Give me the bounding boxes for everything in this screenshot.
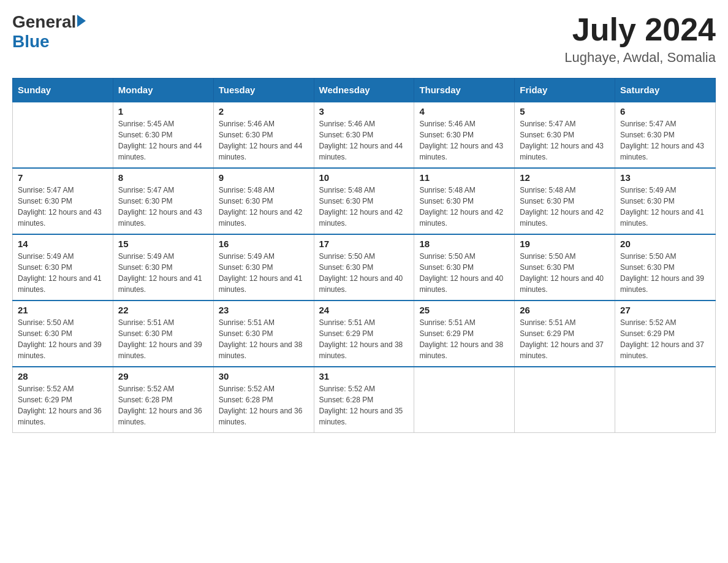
day-info: Sunrise: 5:48 AMSunset: 6:30 PMDaylight:… xyxy=(520,185,610,229)
day-info: Sunrise: 5:47 AMSunset: 6:30 PMDaylight:… xyxy=(520,118,610,163)
calendar-table: Sunday Monday Tuesday Wednesday Thursday… xyxy=(12,78,716,433)
day-number: 27 xyxy=(620,305,710,315)
calendar-cell: 5Sunrise: 5:47 AMSunset: 6:30 PMDaylight… xyxy=(515,102,615,168)
day-number: 9 xyxy=(219,172,309,183)
header-wednesday: Wednesday xyxy=(314,79,414,102)
day-info: Sunrise: 5:49 AMSunset: 6:30 PMDaylight:… xyxy=(620,185,710,229)
logo-general: General xyxy=(12,12,76,32)
day-number: 23 xyxy=(219,305,309,315)
day-number: 13 xyxy=(620,172,710,183)
day-info: Sunrise: 5:52 AMSunset: 6:28 PMDaylight:… xyxy=(319,383,409,427)
week-row-3: 14Sunrise: 5:49 AMSunset: 6:30 PMDayligh… xyxy=(13,234,716,301)
day-number: 31 xyxy=(319,371,409,381)
calendar-cell xyxy=(515,367,615,433)
day-number: 5 xyxy=(520,106,610,117)
calendar-cell xyxy=(13,102,113,168)
day-number: 18 xyxy=(419,239,509,249)
day-info: Sunrise: 5:48 AMSunset: 6:30 PMDaylight:… xyxy=(319,185,409,229)
week-row-4: 21Sunrise: 5:50 AMSunset: 6:30 PMDayligh… xyxy=(13,301,716,367)
calendar-cell: 8Sunrise: 5:47 AMSunset: 6:30 PMDaylight… xyxy=(113,168,213,234)
calendar-cell: 9Sunrise: 5:48 AMSunset: 6:30 PMDaylight… xyxy=(213,168,314,234)
day-number: 7 xyxy=(18,172,108,183)
day-info: Sunrise: 5:51 AMSunset: 6:29 PMDaylight:… xyxy=(520,317,610,361)
calendar-cell xyxy=(615,367,716,433)
day-info: Sunrise: 5:50 AMSunset: 6:30 PMDaylight:… xyxy=(319,251,409,295)
calendar-cell: 17Sunrise: 5:50 AMSunset: 6:30 PMDayligh… xyxy=(314,234,414,301)
day-info: Sunrise: 5:51 AMSunset: 6:29 PMDaylight:… xyxy=(419,317,509,361)
day-info: Sunrise: 5:46 AMSunset: 6:30 PMDaylight:… xyxy=(419,118,509,163)
calendar-cell: 28Sunrise: 5:52 AMSunset: 6:29 PMDayligh… xyxy=(13,367,113,433)
calendar-cell: 25Sunrise: 5:51 AMSunset: 6:29 PMDayligh… xyxy=(414,301,515,367)
day-info: Sunrise: 5:47 AMSunset: 6:30 PMDaylight:… xyxy=(620,118,710,163)
header-monday: Monday xyxy=(113,79,213,102)
calendar-cell: 10Sunrise: 5:48 AMSunset: 6:30 PMDayligh… xyxy=(314,168,414,234)
day-number: 8 xyxy=(118,172,208,183)
day-number: 11 xyxy=(419,172,509,183)
week-row-2: 7Sunrise: 5:47 AMSunset: 6:30 PMDaylight… xyxy=(13,168,716,234)
day-info: Sunrise: 5:52 AMSunset: 6:29 PMDaylight:… xyxy=(18,383,108,427)
calendar-cell: 7Sunrise: 5:47 AMSunset: 6:30 PMDaylight… xyxy=(13,168,113,234)
day-number: 15 xyxy=(118,239,208,249)
day-info: Sunrise: 5:50 AMSunset: 6:30 PMDaylight:… xyxy=(620,251,710,295)
day-number: 25 xyxy=(419,305,509,315)
day-number: 19 xyxy=(520,239,610,249)
day-number: 22 xyxy=(118,305,208,315)
day-info: Sunrise: 5:50 AMSunset: 6:30 PMDaylight:… xyxy=(18,317,108,361)
day-number: 26 xyxy=(520,305,610,315)
day-number: 10 xyxy=(319,172,409,183)
calendar-cell: 13Sunrise: 5:49 AMSunset: 6:30 PMDayligh… xyxy=(615,168,716,234)
page-header: General Blue July 2024 Lughaye, Awdal, S… xyxy=(12,12,716,66)
day-number: 29 xyxy=(118,371,208,381)
day-info: Sunrise: 5:47 AMSunset: 6:30 PMDaylight:… xyxy=(18,185,108,229)
day-info: Sunrise: 5:45 AMSunset: 6:30 PMDaylight:… xyxy=(118,118,208,163)
day-number: 2 xyxy=(219,106,309,117)
day-info: Sunrise: 5:46 AMSunset: 6:30 PMDaylight:… xyxy=(219,118,309,163)
day-number: 4 xyxy=(419,106,509,117)
calendar-cell: 31Sunrise: 5:52 AMSunset: 6:28 PMDayligh… xyxy=(314,367,414,433)
calendar-cell: 3Sunrise: 5:46 AMSunset: 6:30 PMDaylight… xyxy=(314,102,414,168)
day-info: Sunrise: 5:49 AMSunset: 6:30 PMDaylight:… xyxy=(18,251,108,295)
day-info: Sunrise: 5:48 AMSunset: 6:30 PMDaylight:… xyxy=(419,185,509,229)
day-number: 17 xyxy=(319,239,409,249)
header-thursday: Thursday xyxy=(414,79,515,102)
header-friday: Friday xyxy=(515,79,615,102)
calendar-cell: 4Sunrise: 5:46 AMSunset: 6:30 PMDaylight… xyxy=(414,102,515,168)
header-sunday: Sunday xyxy=(13,79,113,102)
month-year-title: July 2024 xyxy=(564,12,716,47)
day-info: Sunrise: 5:50 AMSunset: 6:30 PMDaylight:… xyxy=(520,251,610,295)
calendar-cell xyxy=(414,367,515,433)
day-info: Sunrise: 5:46 AMSunset: 6:30 PMDaylight:… xyxy=(319,118,409,163)
day-info: Sunrise: 5:50 AMSunset: 6:30 PMDaylight:… xyxy=(419,251,509,295)
calendar-cell: 6Sunrise: 5:47 AMSunset: 6:30 PMDaylight… xyxy=(615,102,716,168)
day-info: Sunrise: 5:52 AMSunset: 6:28 PMDaylight:… xyxy=(118,383,208,427)
calendar-cell: 19Sunrise: 5:50 AMSunset: 6:30 PMDayligh… xyxy=(515,234,615,301)
day-number: 1 xyxy=(118,106,208,117)
day-number: 14 xyxy=(18,239,108,249)
calendar-cell: 14Sunrise: 5:49 AMSunset: 6:30 PMDayligh… xyxy=(13,234,113,301)
calendar-cell: 15Sunrise: 5:49 AMSunset: 6:30 PMDayligh… xyxy=(113,234,213,301)
calendar-cell: 27Sunrise: 5:52 AMSunset: 6:29 PMDayligh… xyxy=(615,301,716,367)
day-info: Sunrise: 5:51 AMSunset: 6:29 PMDaylight:… xyxy=(319,317,409,361)
day-number: 24 xyxy=(319,305,409,315)
day-info: Sunrise: 5:51 AMSunset: 6:30 PMDaylight:… xyxy=(118,317,208,361)
logo-arrow-icon xyxy=(77,15,86,27)
day-info: Sunrise: 5:51 AMSunset: 6:30 PMDaylight:… xyxy=(219,317,309,361)
day-info: Sunrise: 5:52 AMSunset: 6:28 PMDaylight:… xyxy=(219,383,309,427)
calendar-cell: 20Sunrise: 5:50 AMSunset: 6:30 PMDayligh… xyxy=(615,234,716,301)
calendar-cell: 1Sunrise: 5:45 AMSunset: 6:30 PMDaylight… xyxy=(113,102,213,168)
day-info: Sunrise: 5:52 AMSunset: 6:29 PMDaylight:… xyxy=(620,317,710,361)
header-saturday: Saturday xyxy=(615,79,716,102)
day-number: 21 xyxy=(18,305,108,315)
calendar-cell: 11Sunrise: 5:48 AMSunset: 6:30 PMDayligh… xyxy=(414,168,515,234)
day-number: 6 xyxy=(620,106,710,117)
calendar-cell: 24Sunrise: 5:51 AMSunset: 6:29 PMDayligh… xyxy=(314,301,414,367)
day-number: 28 xyxy=(18,371,108,381)
day-info: Sunrise: 5:48 AMSunset: 6:30 PMDaylight:… xyxy=(219,185,309,229)
calendar-cell: 22Sunrise: 5:51 AMSunset: 6:30 PMDayligh… xyxy=(113,301,213,367)
week-row-5: 28Sunrise: 5:52 AMSunset: 6:29 PMDayligh… xyxy=(13,367,716,433)
day-number: 12 xyxy=(520,172,610,183)
day-info: Sunrise: 5:49 AMSunset: 6:30 PMDaylight:… xyxy=(118,251,208,295)
calendar-cell: 18Sunrise: 5:50 AMSunset: 6:30 PMDayligh… xyxy=(414,234,515,301)
location-subtitle: Lughaye, Awdal, Somalia xyxy=(564,50,716,66)
header-tuesday: Tuesday xyxy=(213,79,314,102)
